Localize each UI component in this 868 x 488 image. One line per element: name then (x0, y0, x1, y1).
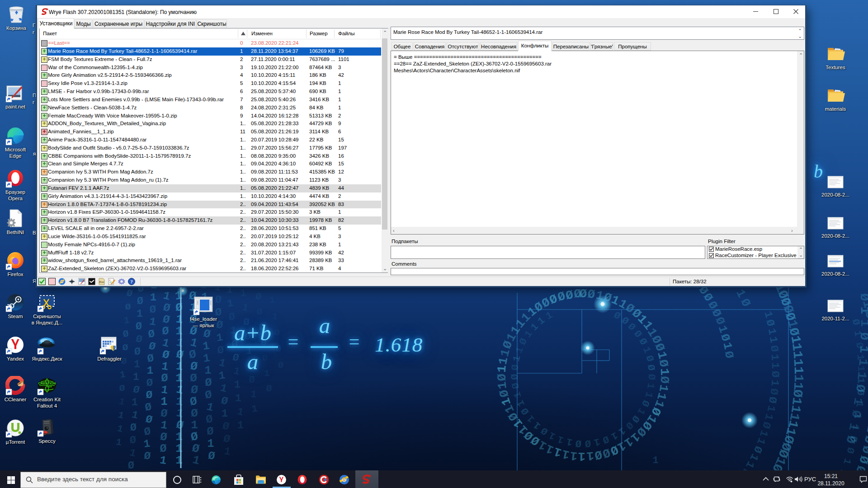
svg-text:1: 1 (720, 341, 735, 351)
svg-text:Ø: Ø (146, 377, 153, 389)
svg-text:Ø: Ø (601, 433, 610, 446)
svg-text:1: 1 (495, 381, 510, 390)
svg-text:Ø: Ø (859, 444, 868, 455)
svg-text:1: 1 (204, 364, 211, 377)
svg-text:KIT: KIT (47, 385, 52, 388)
svg-text:1: 1 (791, 374, 806, 382)
svg-text:1: 1 (218, 369, 226, 382)
svg-text:1: 1 (203, 352, 211, 366)
svg-text:1: 1 (657, 368, 671, 375)
svg-text:Ø: Ø (130, 422, 137, 434)
svg-text:Ø: Ø (137, 296, 143, 307)
svg-text:?: ? (130, 279, 133, 284)
svg-text:1: 1 (854, 371, 868, 380)
svg-text:Ø: Ø (717, 333, 732, 343)
svg-text:1: 1 (207, 437, 214, 450)
svg-text:1: 1 (191, 453, 201, 468)
svg-text:Ø: Ø (843, 434, 858, 445)
svg-text:1: 1 (764, 404, 778, 413)
svg-text:1: 1 (216, 331, 224, 344)
svg-text:1: 1 (840, 457, 853, 466)
svg-text:1: 1 (219, 382, 228, 395)
svg-text:Ø: Ø (722, 350, 736, 359)
svg-text:1: 1 (855, 358, 868, 366)
svg-text:Ø: Ø (249, 375, 255, 386)
svg-text:Ø: Ø (612, 310, 623, 322)
svg-text:CREATION: CREATION (38, 381, 56, 385)
svg-text:1: 1 (143, 437, 151, 450)
svg-text:1: 1 (790, 358, 806, 367)
svg-text:Ø: Ø (278, 360, 283, 371)
svg-text:1: 1 (235, 393, 241, 404)
svg-text:1: 1 (250, 389, 257, 401)
svg-text:Ø: Ø (766, 396, 779, 404)
svg-text:1: 1 (123, 315, 130, 326)
svg-text:1: 1 (850, 396, 865, 406)
svg-text:Ø: Ø (767, 388, 780, 396)
svg-text:1: 1 (119, 369, 126, 380)
svg-text:1: 1 (117, 410, 125, 421)
svg-text:1: 1 (134, 359, 140, 371)
svg-text:Ø: Ø (510, 382, 522, 389)
svg-text:Ø: Ø (656, 359, 670, 368)
svg-text:1: 1 (761, 310, 775, 319)
svg-text:Ø: Ø (265, 383, 273, 394)
svg-text:1: 1 (858, 306, 868, 314)
svg-text:1: 1 (118, 396, 126, 408)
svg-text:Ø: Ø (205, 376, 212, 389)
svg-text:Ø: Ø (495, 374, 509, 381)
svg-text:Ø: Ø (737, 297, 753, 309)
svg-text:Ø: Ø (575, 437, 582, 449)
svg-text:1: 1 (791, 366, 806, 375)
svg-text:Ø: Ø (637, 336, 649, 347)
svg-text:Ø: Ø (222, 432, 231, 446)
svg-text:Ø: Ø (207, 449, 216, 463)
svg-text:Ø: Ø (147, 328, 156, 341)
svg-text:Doc: Doc (99, 281, 104, 283)
svg-text:1: 1 (131, 409, 140, 422)
svg-text:Ø: Ø (143, 450, 151, 463)
svg-text:Ø: Ø (519, 406, 532, 417)
svg-text:Ø: Ø (221, 420, 231, 433)
svg-text:1: 1 (857, 345, 868, 353)
svg-text:Ø: Ø (146, 352, 155, 365)
svg-text:1: 1 (150, 291, 156, 304)
svg-text:Ø: Ø (132, 384, 141, 397)
svg-text:1: 1 (133, 371, 139, 383)
svg-text:1: 1 (544, 310, 555, 322)
svg-text:Ø: Ø (857, 332, 868, 340)
svg-text:Ø: Ø (861, 434, 868, 445)
svg-text:1: 1 (159, 454, 167, 468)
svg-text:Ø: Ø (144, 413, 154, 427)
svg-text:Ø: Ø (509, 364, 521, 371)
svg-text:Ø: Ø (135, 333, 144, 346)
svg-text:1: 1 (858, 319, 868, 327)
svg-text:1: 1 (223, 445, 231, 458)
svg-text:1: 1 (269, 295, 275, 305)
svg-text:1: 1 (769, 362, 781, 369)
svg-text:Ø: Ø (639, 398, 651, 408)
svg-text:1: 1 (237, 420, 244, 432)
svg-text:1: 1 (149, 315, 157, 328)
svg-text:1: 1 (767, 336, 780, 344)
svg-text:Ø: Ø (136, 321, 142, 333)
svg-text:1: 1 (865, 413, 868, 423)
svg-text:Ø: Ø (573, 287, 581, 301)
svg-text:Ø: Ø (220, 394, 229, 408)
svg-text:Ø: Ø (205, 413, 214, 427)
svg-text:1: 1 (495, 365, 509, 373)
svg-text:1: 1 (642, 390, 655, 399)
svg-text:Ø: Ø (764, 318, 777, 327)
svg-text:1: 1 (116, 423, 124, 435)
svg-text:1: 1 (241, 302, 250, 314)
svg-text:Ø: Ø (147, 340, 157, 353)
svg-text:1: 1 (128, 447, 137, 460)
svg-text:Ø: Ø (257, 307, 263, 317)
svg-text:1: 1 (652, 455, 658, 466)
svg-text:Ø: Ø (509, 374, 521, 380)
svg-text:Ø: Ø (849, 409, 863, 419)
svg-text:1: 1 (226, 297, 234, 310)
svg-text:1: 1 (640, 345, 653, 355)
svg-text:1: 1 (251, 403, 259, 415)
svg-text:1: 1 (635, 406, 647, 417)
